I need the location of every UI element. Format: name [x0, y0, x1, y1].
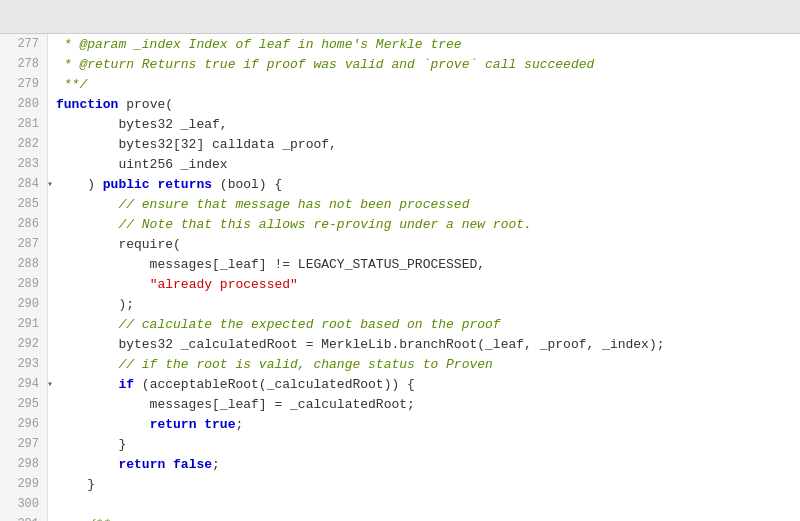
code-line [56, 494, 800, 514]
line-number: 281 [0, 114, 47, 134]
code-line: bytes32[32] calldata _proof, [56, 134, 800, 154]
line-number: 287 [0, 234, 47, 254]
code-line: /** [56, 514, 800, 521]
code-lines: * @param _index Index of leaf in home's … [48, 34, 800, 521]
line-number: 286 [0, 214, 47, 234]
code-line: * @param _index Index of leaf in home's … [56, 34, 800, 54]
line-number: 291 [0, 314, 47, 334]
code-line: "already processed" [56, 274, 800, 294]
line-number: 289 [0, 274, 47, 294]
line-number: 300 [0, 494, 47, 514]
line-number: 280 [0, 94, 47, 114]
line-number: 278 [0, 54, 47, 74]
code-line: } [56, 474, 800, 494]
line-number: 295 [0, 394, 47, 414]
code-line: bytes32 _calculatedRoot = MerkleLib.bran… [56, 334, 800, 354]
line-number: 285 [0, 194, 47, 214]
code-line: if (acceptableRoot(_calculatedRoot)) { [56, 374, 800, 394]
line-number: 288 [0, 254, 47, 274]
code-line: return false; [56, 454, 800, 474]
code-line: **/ [56, 74, 800, 94]
line-numbers: 2772782792802812822832842852862872882892… [0, 34, 48, 521]
code-line: require( [56, 234, 800, 254]
code-line: function prove( [56, 94, 800, 114]
code-line: // Note that this allows re-proving unde… [56, 214, 800, 234]
line-number: 301 [0, 514, 47, 521]
code-line: bytes32 _leaf, [56, 114, 800, 134]
line-number: 282 [0, 134, 47, 154]
code-line: messages[_leaf] != LEGACY_STATUS_PROCESS… [56, 254, 800, 274]
line-number: 298 [0, 454, 47, 474]
line-number: 296 [0, 414, 47, 434]
line-number: 297 [0, 434, 47, 454]
code-line: // calculate the expected root based on … [56, 314, 800, 334]
line-number: 277 [0, 34, 47, 54]
code-line: // ensure that message has not been proc… [56, 194, 800, 214]
line-number: 283 [0, 154, 47, 174]
line-number: 290 [0, 294, 47, 314]
file-header [0, 0, 800, 34]
code-line: messages[_leaf] = _calculatedRoot; [56, 394, 800, 414]
code-line: ); [56, 294, 800, 314]
line-number: 284 [0, 174, 47, 194]
line-number: 299 [0, 474, 47, 494]
code-container: 2772782792802812822832842852862872882892… [0, 34, 800, 521]
code-line: } [56, 434, 800, 454]
code-line: ) public returns (bool) { [56, 174, 800, 194]
code-line: * @return Returns true if proof was vali… [56, 54, 800, 74]
line-number: 292 [0, 334, 47, 354]
code-line: return true; [56, 414, 800, 434]
code-line: uint256 _index [56, 154, 800, 174]
line-number: 294 [0, 374, 47, 394]
line-number: 279 [0, 74, 47, 94]
code-line: // if the root is valid, change status t… [56, 354, 800, 374]
line-number: 293 [0, 354, 47, 374]
